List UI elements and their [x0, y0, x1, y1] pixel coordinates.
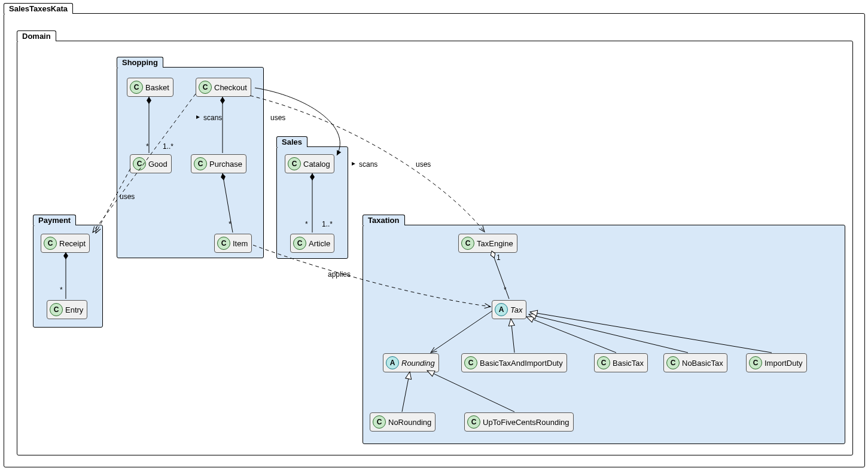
rel-uses1: uses	[270, 114, 285, 122]
rel-applies: applies	[328, 270, 351, 279]
rel-uses2: uses	[416, 160, 431, 169]
abstract-icon: A	[495, 303, 508, 316]
rel-scans1: scans	[203, 114, 222, 122]
class-icon: C	[373, 415, 386, 429]
package-taxation: Taxation	[363, 225, 845, 444]
mult-star4: *	[60, 286, 63, 294]
class-icon: C	[133, 157, 146, 170]
class-icon: C	[130, 81, 143, 94]
package-sales-tab: Sales	[276, 136, 307, 147]
class-icon: C	[464, 356, 477, 369]
class-icon: C	[199, 81, 212, 94]
class-upto: CUpToFiveCentsRounding	[464, 412, 574, 432]
mult-star1: *	[146, 142, 149, 151]
rel-scans2: scans	[359, 160, 377, 169]
mult-1s1: 1..*	[163, 142, 173, 151]
rel-scans2-tri: ▸	[352, 159, 355, 167]
class-purchase: CPurchase	[191, 154, 246, 173]
class-basictax: CBasicTax	[594, 353, 648, 372]
package-domain-tab: Domain	[17, 30, 56, 41]
class-taxengine: CTaxEngine	[458, 234, 517, 253]
mult-star5: *	[504, 286, 507, 294]
package-shopping-tab: Shopping	[117, 57, 163, 68]
class-icon: C	[50, 303, 63, 316]
abstract-icon: A	[386, 356, 399, 369]
class-icon: C	[597, 356, 610, 369]
class-icon: C	[44, 237, 57, 250]
class-importduty: CImportDuty	[746, 353, 807, 372]
class-icon: C	[293, 237, 306, 250]
class-item: CItem	[214, 234, 252, 253]
mult-star3: *	[305, 220, 308, 228]
class-nobasictax: CNoBasicTax	[663, 353, 727, 372]
class-receipt: CReceipt	[41, 234, 90, 253]
class-icon: C	[461, 237, 474, 250]
class-icon: C	[666, 356, 680, 369]
class-tax: ATax	[492, 300, 526, 319]
class-icon: C	[194, 157, 207, 170]
class-good: CGood	[130, 154, 172, 173]
class-rounding: ARounding	[383, 353, 439, 372]
mult-star2: *	[229, 220, 232, 228]
class-icon: C	[749, 356, 762, 369]
diagram-root: SalesTaxesKata Domain Shopping CBasket C…	[0, 0, 868, 471]
mult-one: 1	[497, 253, 501, 262]
package-taxation-tab: Taxation	[363, 215, 405, 225]
class-icon: C	[467, 415, 480, 429]
class-icon: C	[217, 237, 230, 250]
package-payment-tab: Payment	[33, 215, 76, 225]
class-article: CArticle	[290, 234, 334, 253]
class-catalog: CCatalog	[285, 154, 334, 173]
package-root-tab: SalesTaxesKata	[4, 3, 73, 14]
class-checkout: CCheckout	[196, 78, 251, 97]
mult-1s2: 1..*	[322, 220, 333, 228]
class-basictaxandimportduty: CBasicTaxAndImportDuty	[461, 353, 567, 372]
class-norounding: CNoRounding	[370, 412, 435, 432]
rel-uses3: uses	[120, 192, 135, 201]
rel-scans-tri: ▸	[196, 112, 200, 121]
class-entry: CEntry	[47, 300, 87, 319]
class-icon: C	[288, 157, 301, 170]
class-basket: CBasket	[127, 78, 173, 97]
